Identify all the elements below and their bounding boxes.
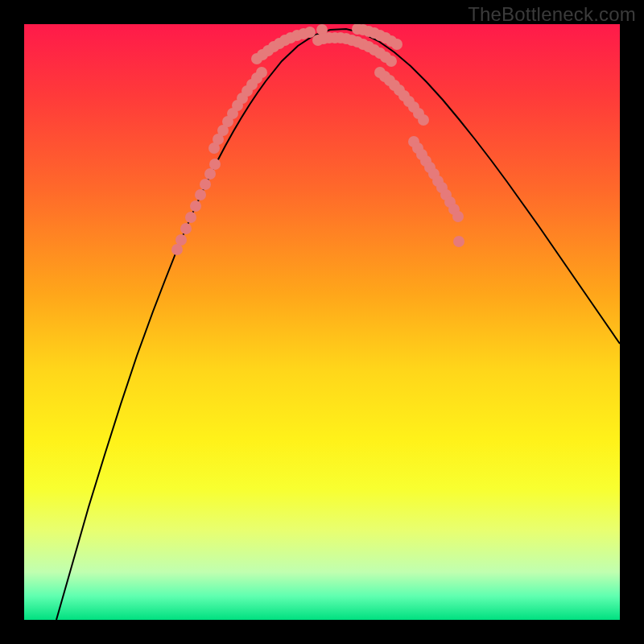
marker-dot xyxy=(386,56,397,67)
marker-dot xyxy=(209,159,221,170)
marker-dot xyxy=(452,211,464,222)
marker-dot xyxy=(204,168,216,180)
chart-svg xyxy=(24,24,620,620)
marker-dot xyxy=(304,27,316,38)
marker-dot xyxy=(171,244,183,255)
marker-dot xyxy=(256,67,267,78)
marker-dot xyxy=(453,236,464,247)
marker-dots xyxy=(171,24,464,255)
marker-dot xyxy=(180,223,192,234)
marker-dot xyxy=(418,114,429,126)
marker-dot xyxy=(185,212,196,223)
marker-dot xyxy=(190,200,201,212)
marker-dot xyxy=(195,189,206,200)
curve-line xyxy=(56,29,620,620)
marker-dot xyxy=(391,39,402,50)
watermark-text: TheBottleneck.com xyxy=(468,3,636,26)
marker-dot xyxy=(200,179,211,190)
marker-dot xyxy=(175,234,187,246)
chart-frame xyxy=(24,24,620,620)
